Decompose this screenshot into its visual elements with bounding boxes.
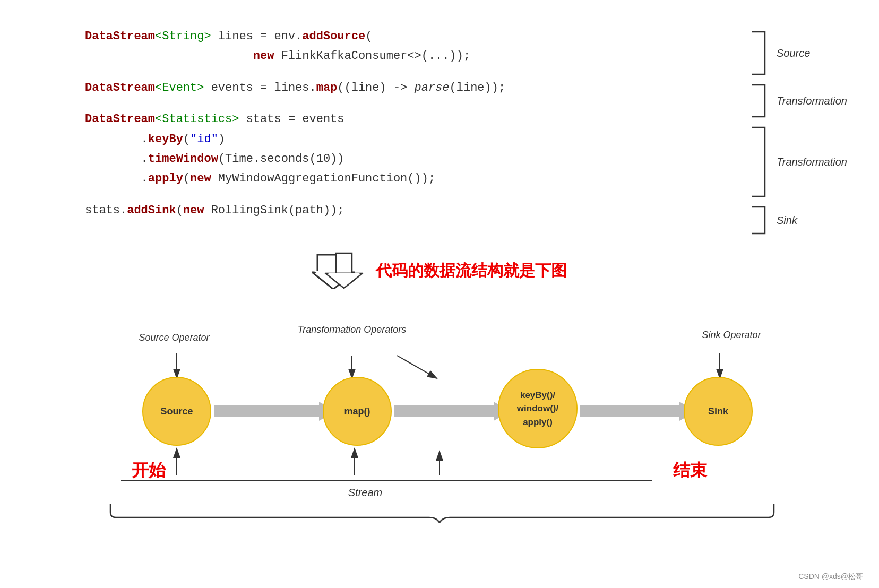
end-label: 结束: [673, 459, 707, 482]
node-sink: Sink: [684, 377, 753, 446]
arrow-section: 代码的数据流结构就是下图: [32, 252, 847, 289]
code-line-2: new FlinkKafkaConsumer<>(...));: [85, 46, 733, 66]
code-line-7: .apply(new MyWindowAggregationFunction()…: [85, 169, 733, 188]
bracket-sink: Sink: [749, 204, 847, 236]
bracket-source: Source: [749, 29, 847, 77]
sink-label: Sink: [777, 214, 797, 227]
svg-line-16: [397, 356, 437, 378]
bracket-labels: Source Transformation Transformation: [749, 29, 847, 236]
start-label: 开始: [132, 459, 166, 482]
node-map: map(): [323, 377, 392, 446]
label-source: Source Operator: [121, 332, 227, 344]
node-keyby: keyBy()/window()/apply(): [498, 369, 578, 448]
transform2-label: Transformation: [777, 156, 847, 168]
code-line-3: DataStream<Event> events = lines.map((li…: [85, 78, 733, 98]
source-label: Source: [777, 47, 810, 59]
code-line-4: DataStream<Statistics> stats = events: [85, 109, 733, 129]
code-block: DataStream<String> lines = env.addSource…: [85, 27, 733, 220]
svg-rect-4: [337, 254, 351, 272]
code-section: DataStream<String> lines = env.addSource…: [85, 27, 847, 236]
watermark: CSDN @xds@松哥: [798, 572, 863, 582]
node-source: Source: [142, 377, 211, 446]
code-line-5: .keyBy("id"): [85, 129, 733, 149]
code-line-1: DataStream<String> lines = env.addSource…: [85, 27, 733, 46]
arrow-text: 代码的数据流结构就是下图: [376, 260, 567, 282]
bracket-transform2: Transformation: [749, 125, 847, 199]
svg-text:Stream: Stream: [348, 487, 382, 498]
bracket-transform1: Transformation: [749, 82, 847, 119]
transform1-label: Transformation: [777, 95, 847, 107]
label-transform: Transformation Operators: [291, 324, 413, 336]
code-line-6: .timeWindow(Time.seconds(10)): [85, 149, 733, 169]
label-sink: Sink Operator: [678, 329, 785, 341]
arrow-down-svg: [323, 252, 365, 289]
code-line-8: stats.addSink(new RollingSink(path));: [85, 201, 733, 220]
page-container: DataStream<String> lines = env.addSource…: [0, 0, 879, 588]
